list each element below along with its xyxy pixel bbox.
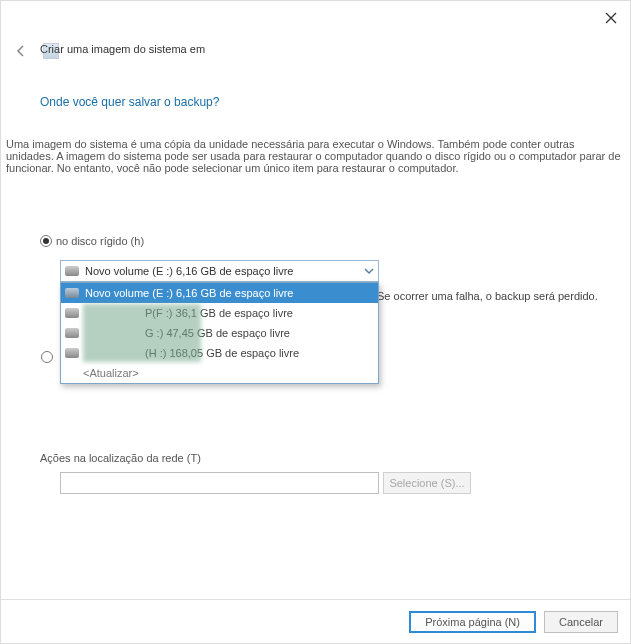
radio-hard-disk-label: no disco rígido (h) xyxy=(56,235,144,247)
drive-warning-text: Se ocorrer uma falha, o backup será perd… xyxy=(377,290,622,302)
close-button[interactable] xyxy=(602,9,620,27)
drive-combobox-value: Novo volume (E :) 6,16 GB de espaço livr… xyxy=(85,265,293,277)
drive-option[interactable]: Novo volume (E :) 6,16 GB de espaço livr… xyxy=(61,283,378,303)
radio-network-label: Ações na localização da rede (T) xyxy=(40,452,201,464)
drive-option-label: Novo volume (E :) 6,16 GB de espaço livr… xyxy=(85,287,293,299)
page-subtitle: Onde você quer salvar o backup? xyxy=(40,95,219,109)
disk-icon xyxy=(65,348,79,358)
next-button[interactable]: Próxima página (N) xyxy=(409,611,536,633)
close-icon xyxy=(605,12,617,24)
blurred-region xyxy=(83,304,201,362)
drive-combobox[interactable]: Novo volume (E :) 6,16 GB de espaço livr… xyxy=(60,260,379,282)
drive-dropdown-list: Novo volume (E :) 6,16 GB de espaço livr… xyxy=(60,282,379,384)
disk-icon xyxy=(65,328,79,338)
network-path-input[interactable] xyxy=(60,472,379,494)
disk-icon xyxy=(65,266,79,276)
drive-refresh-option[interactable]: <Atualizar> xyxy=(61,363,378,383)
radio-dvd[interactable] xyxy=(41,351,53,363)
chevron-down-icon xyxy=(364,266,374,276)
arrow-left-icon xyxy=(14,44,28,58)
page-title: Criar uma imagem do sistema em xyxy=(40,43,205,55)
radio-hard-disk[interactable] xyxy=(40,235,52,247)
cancel-button[interactable]: Cancelar xyxy=(544,611,618,633)
disk-icon xyxy=(65,308,79,318)
footer: Próxima página (N) Cancelar xyxy=(1,599,630,643)
network-select-button[interactable]: Selecione (S)... xyxy=(383,472,471,494)
disk-icon xyxy=(65,288,79,298)
back-button[interactable] xyxy=(13,43,29,59)
page-description: Uma imagem do sistema é uma cópia da uni… xyxy=(6,138,625,174)
combobox-toggle[interactable] xyxy=(360,261,378,281)
